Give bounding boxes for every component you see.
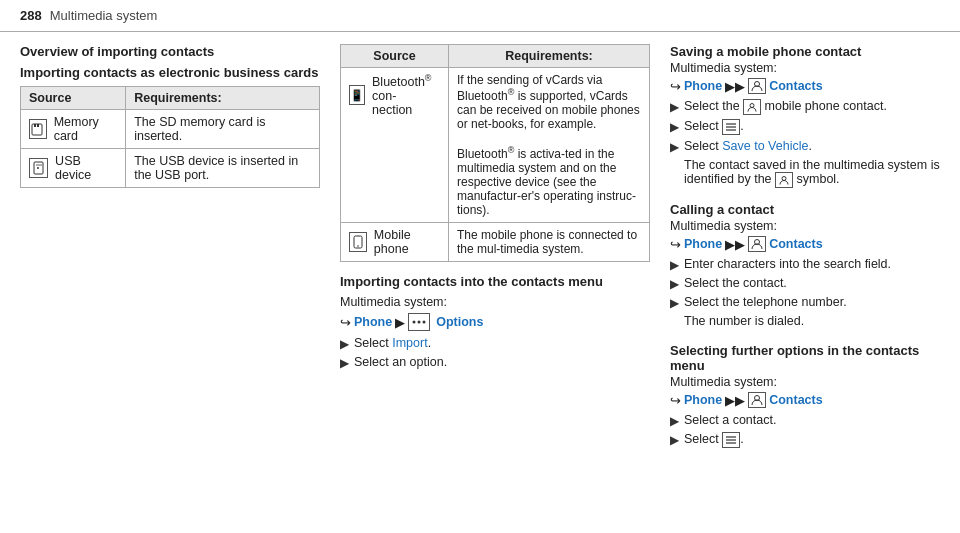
saving-heading: Saving a mobile phone contact bbox=[670, 44, 940, 59]
contacts-icon-further bbox=[748, 392, 766, 408]
page-title: Multimedia system bbox=[50, 8, 158, 23]
person-icon-inline bbox=[743, 99, 761, 115]
mid-source-header: Source bbox=[341, 45, 449, 68]
person-icon-inline2 bbox=[775, 172, 793, 188]
nav-phone: Phone bbox=[354, 315, 392, 329]
bullet-select-import: Select Import. bbox=[354, 336, 431, 350]
left-column: Overview of importing contacts Importing… bbox=[20, 44, 320, 462]
bullet-item: ▶ Select Import. bbox=[340, 336, 650, 351]
nav-path-calling: ↪ Phone ▶▶ Contacts bbox=[670, 236, 940, 252]
memory-card-label: Memory card bbox=[54, 115, 117, 143]
bullet-item: ▶ Select a contact. bbox=[670, 413, 940, 428]
nav-phone-saving: Phone bbox=[684, 79, 722, 93]
saving-section: Saving a mobile phone contact Multimedia… bbox=[670, 44, 940, 188]
bluetooth-label: Bluetooth® con-nection bbox=[372, 73, 440, 117]
nav-arrow-icon: ↪ bbox=[340, 315, 351, 330]
overview-section: Overview of importing contacts Importing… bbox=[20, 44, 320, 188]
svg-point-12 bbox=[750, 104, 754, 108]
table-row: 📱 Bluetooth® con-nection If the sending … bbox=[341, 68, 650, 223]
svg-rect-1 bbox=[34, 124, 36, 127]
saving-bullets: ▶ Select the mobile phone contact. ▶ Sel… bbox=[670, 99, 940, 188]
bullet-item: ▶ Select Save to Vehicle. bbox=[670, 139, 940, 154]
bullet-item: ▶ Select an option. bbox=[340, 355, 650, 370]
further-bullets: ▶ Select a contact. ▶ Select . bbox=[670, 413, 940, 448]
bullet-item: ▶ Select the contact. bbox=[670, 276, 940, 291]
multimedia-label-further: Multimedia system: bbox=[670, 375, 940, 389]
source-cell-usb: USB device bbox=[21, 149, 126, 188]
bullet-arrow-icon: ▶ bbox=[670, 140, 679, 154]
nav-arrow-icon: ↪ bbox=[670, 393, 681, 408]
bullet-arrow-icon: ▶ bbox=[340, 356, 349, 370]
bullet-item: ▶ Select . bbox=[670, 119, 940, 135]
bullet-item: ▶ Select the telephone number. bbox=[670, 295, 940, 310]
requirements-col-header: Requirements: bbox=[126, 87, 320, 110]
mid-requirements-table: Source Requirements: 📱 Bluetooth® con-ne… bbox=[340, 44, 650, 262]
bullet-saving-4: The contact saved in the multimedia syst… bbox=[684, 158, 940, 188]
bullet-further-2: Select . bbox=[684, 432, 744, 448]
bullet-arrow-icon: ▶ bbox=[670, 120, 679, 134]
bullet-calling-2: Select the contact. bbox=[684, 276, 787, 290]
nav-phone-further: Phone bbox=[684, 393, 722, 407]
usb-label: USB device bbox=[55, 154, 117, 182]
table-row: Memory card The SD memory card is insert… bbox=[21, 110, 320, 149]
nav-contacts-further: Contacts bbox=[769, 393, 822, 407]
nav-options: Options bbox=[436, 315, 483, 329]
nav-path-mid: ↪ Phone ▶ Options bbox=[340, 313, 650, 331]
bullet-item: ▶ The number is dialed. bbox=[670, 314, 940, 329]
svg-point-8 bbox=[413, 321, 416, 324]
table-row: USB device The USB device is inserted in… bbox=[21, 149, 320, 188]
middle-column: Source Requirements: 📱 Bluetooth® con-ne… bbox=[340, 44, 650, 462]
bullet-arrow-icon: ▶ bbox=[340, 337, 349, 351]
bullet-select-option: Select an option. bbox=[354, 355, 447, 369]
bullet-arrow-icon: ▶ bbox=[670, 414, 679, 428]
contacts-icon-calling bbox=[748, 236, 766, 252]
nav-contacts-calling: Contacts bbox=[769, 237, 822, 251]
source-col-header: Source bbox=[21, 87, 126, 110]
multimedia-label-saving: Multimedia system: bbox=[670, 61, 940, 75]
importing-contacts-section: Importing contacts into the contacts men… bbox=[340, 274, 650, 370]
bullet-arrow-icon: ▶ bbox=[670, 433, 679, 447]
svg-point-5 bbox=[37, 167, 39, 169]
options-icon-box bbox=[408, 313, 430, 331]
nav-arrow2: ▶▶ bbox=[725, 237, 745, 252]
bullet-further-1: Select a contact. bbox=[684, 413, 776, 427]
usb-requirements: The USB device is inserted in the USB po… bbox=[126, 149, 320, 188]
bullet-item: ▶ Select the mobile phone contact. bbox=[670, 99, 940, 115]
memory-card-icon bbox=[29, 119, 47, 139]
usb-icon bbox=[29, 158, 48, 178]
svg-point-16 bbox=[782, 177, 786, 181]
main-content: Overview of importing contacts Importing… bbox=[0, 44, 960, 462]
memory-card-requirements: The SD memory card is inserted. bbox=[126, 110, 320, 149]
overview-heading: Overview of importing contacts bbox=[20, 44, 320, 59]
svg-point-9 bbox=[418, 321, 421, 324]
bullet-calling-3: Select the telephone number. bbox=[684, 295, 847, 309]
left-requirements-table: Source Requirements: Memory card bbox=[20, 86, 320, 188]
nav-path-further: ↪ Phone ▶▶ Contacts bbox=[670, 392, 940, 408]
further-options-heading: Selecting further options in the contact… bbox=[670, 343, 940, 373]
calling-bullets: ▶ Enter characters into the search field… bbox=[670, 257, 940, 329]
menu-icon-inline2 bbox=[722, 432, 740, 448]
nav-arrow-icon: ↪ bbox=[670, 237, 681, 252]
page-header: 288 Multimedia system bbox=[0, 0, 960, 32]
menu-icon-inline bbox=[722, 119, 740, 135]
bullet-saving-3: Select Save to Vehicle. bbox=[684, 139, 812, 153]
nav-arrow-icon: ↪ bbox=[670, 79, 681, 94]
bullet-arrow-icon: ▶ bbox=[670, 277, 679, 291]
bluetooth-requirements: If the sending of vCards via Bluetooth® … bbox=[449, 68, 650, 223]
contacts-icon-saving bbox=[748, 78, 766, 94]
mid-req-header: Requirements: bbox=[449, 45, 650, 68]
importing-contacts-heading: Importing contacts into the contacts men… bbox=[340, 274, 650, 289]
bullet-arrow-icon: ▶ bbox=[670, 296, 679, 310]
calling-section: Calling a contact Multimedia system: ↪ P… bbox=[670, 202, 940, 329]
nav-path-saving: ↪ Phone ▶▶ Contacts bbox=[670, 78, 940, 94]
nav-arrow2: ▶▶ bbox=[725, 393, 745, 408]
page-number: 288 bbox=[20, 8, 42, 23]
svg-point-10 bbox=[423, 321, 426, 324]
mobile-phone-label: Mobile phone bbox=[374, 228, 440, 256]
bullet-saving-2: Select . bbox=[684, 119, 744, 135]
bluetooth-icon: 📱 bbox=[349, 85, 365, 105]
nav-arrow2: ▶▶ bbox=[725, 79, 745, 94]
bullet-item: ▶ The contact saved in the multimedia sy… bbox=[670, 158, 940, 188]
svg-rect-2 bbox=[37, 124, 39, 127]
bullet-calling-1: Enter characters into the search field. bbox=[684, 257, 891, 271]
